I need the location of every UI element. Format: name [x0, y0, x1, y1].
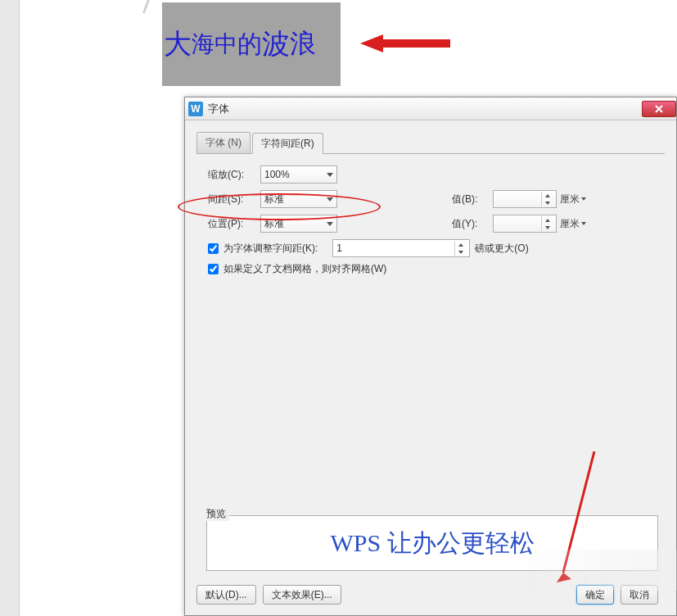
spinner-icon[interactable]: [454, 241, 466, 256]
position-label: 位置(P):: [208, 217, 260, 231]
kerning-value-input[interactable]: 1: [332, 239, 470, 257]
close-button[interactable]: [642, 101, 676, 117]
tab-font[interactable]: 字体 (N): [196, 132, 250, 153]
preview-text: WPS 让办公更轻松: [330, 527, 534, 560]
spacing-val-label: 值(B):: [452, 192, 493, 206]
font-dialog: W 字体 字体 (N) 字符间距(R) 缩放(C): 100% 间距(S): 标…: [184, 97, 677, 616]
preview-group-label: 预览: [203, 507, 229, 521]
chevron-down-icon: [581, 197, 586, 201]
annotation-arrow-left: [360, 33, 450, 54]
chevron-down-icon: [327, 222, 333, 226]
grid-align-label: 如果定义了文档网格，则对齐网格(W): [223, 262, 386, 276]
position-value-input[interactable]: [493, 215, 557, 233]
spacing-unit-combo[interactable]: 厘米: [560, 190, 598, 208]
char-2: 中: [214, 29, 237, 60]
scaling-value: 100%: [264, 169, 290, 180]
tab-strip: 字体 (N) 字符间距(R): [196, 132, 665, 154]
chevron-down-icon: [327, 197, 333, 202]
tab-char-spacing[interactable]: 字符间距(R): [252, 133, 323, 154]
scaling-combo[interactable]: 100%: [260, 165, 337, 183]
grid-align-checkbox[interactable]: [208, 264, 219, 274]
position-value: 标准: [264, 217, 284, 231]
default-button[interactable]: 默认(D)...: [196, 585, 256, 605]
spacing-value: 标准: [264, 192, 284, 206]
position-unit-combo[interactable]: 厘米: [560, 215, 598, 233]
dialog-titlebar[interactable]: W 字体: [185, 97, 676, 120]
sample-wave-text: 大 海 中 的 波 浪: [162, 2, 341, 86]
kerning-checkbox[interactable]: [208, 243, 219, 254]
scaling-label: 缩放(C):: [208, 168, 260, 182]
app-icon: W: [188, 102, 203, 116]
svg-marker-0: [360, 34, 450, 52]
text-effects-button[interactable]: 文本效果(E)...: [263, 585, 341, 605]
char-1: 海: [192, 29, 214, 60]
chevron-down-icon: [581, 222, 586, 225]
kerning-label: 为字体调整字间距(K):: [223, 242, 318, 256]
spacing-combo[interactable]: 标准: [260, 190, 337, 208]
position-val-label: 值(Y):: [452, 217, 493, 231]
char-0: 大: [164, 25, 192, 63]
chevron-down-icon: [327, 173, 333, 177]
spinner-icon[interactable]: [541, 192, 553, 206]
position-combo[interactable]: 标准: [260, 215, 337, 233]
spinner-icon[interactable]: [541, 216, 553, 231]
char-3: 的: [237, 28, 262, 61]
blur-overlay: [521, 550, 676, 591]
spacing-value-input[interactable]: [493, 190, 557, 208]
kerning-unit: 磅或更大(O): [475, 242, 528, 256]
char-4: 波: [262, 25, 290, 63]
char-5: 浪: [290, 26, 316, 62]
dialog-title: 字体: [208, 102, 229, 116]
spacing-label: 间距(S):: [208, 192, 260, 206]
